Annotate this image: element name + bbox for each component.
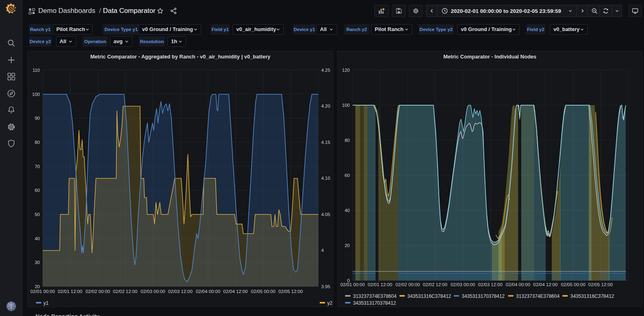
svg-text:50: 50: [35, 212, 40, 217]
svg-text:02/03 00:00: 02/03 00:00: [451, 282, 475, 287]
svg-text:20: 20: [35, 284, 40, 289]
svg-text:3435313170378412: 3435313170378412: [462, 293, 505, 299]
svg-text:80: 80: [35, 140, 40, 145]
svg-text:4.15: 4.15: [321, 140, 330, 145]
svg-text:4: 4: [321, 248, 324, 253]
svg-text:02/03 12:00: 02/03 12:00: [168, 289, 193, 294]
svg-text:02/05 12:00: 02/05 12:00: [588, 282, 613, 287]
svg-text:y1: y1: [43, 300, 49, 306]
svg-text:313237374E378604: 313237374E378604: [516, 293, 559, 299]
svg-text:4.20: 4.20: [321, 104, 330, 108]
svg-text:60: 60: [35, 188, 40, 193]
svg-text:40: 40: [35, 236, 40, 241]
svg-text:02/04 00:00: 02/04 00:00: [196, 289, 221, 294]
svg-text:110: 110: [33, 68, 40, 73]
svg-text:343531316C378412: 343531316C378412: [570, 293, 614, 299]
svg-text:02/02 12:00: 02/02 12:00: [423, 282, 448, 287]
svg-text:02/05 12:00: 02/05 12:00: [279, 289, 303, 294]
svg-text:02/01 12:00: 02/01 12:00: [58, 289, 83, 294]
svg-text:02/01 00:00: 02/01 00:00: [341, 282, 365, 287]
svg-text:90: 90: [35, 116, 40, 121]
svg-text:02/01 12:00: 02/01 12:00: [368, 282, 392, 287]
svg-text:02/02 00:00: 02/02 00:00: [86, 289, 110, 294]
svg-text:343531316C378412: 343531316C378412: [407, 293, 451, 299]
svg-text:3.95: 3.95: [321, 284, 330, 289]
svg-text:120: 120: [342, 68, 350, 73]
svg-text:02/04 12:00: 02/04 12:00: [533, 282, 558, 287]
svg-text:02/04 12:00: 02/04 12:00: [223, 289, 248, 294]
svg-text:02/04 00:00: 02/04 00:00: [506, 282, 530, 287]
svg-text:y2: y2: [327, 300, 332, 306]
svg-text:20: 20: [345, 243, 350, 248]
svg-text:3435313170378412: 3435313170378412: [353, 300, 396, 306]
svg-text:313237374E378604: 313237374E378604: [353, 293, 396, 299]
svg-text:02/03 00:00: 02/03 00:00: [141, 289, 165, 294]
svg-text:02/03 12:00: 02/03 12:00: [478, 282, 503, 287]
svg-text:02/05 00:00: 02/05 00:00: [251, 289, 276, 294]
svg-text:100: 100: [342, 103, 350, 108]
svg-text:100: 100: [32, 92, 40, 97]
svg-text:40: 40: [345, 208, 350, 213]
svg-text:4.05: 4.05: [321, 212, 330, 217]
svg-text:70: 70: [35, 164, 40, 169]
svg-text:4.25: 4.25: [321, 68, 330, 73]
svg-text:02/02 00:00: 02/02 00:00: [396, 282, 420, 287]
svg-text:02/02 12:00: 02/02 12:00: [113, 289, 138, 294]
svg-text:02/01 00:00: 02/01 00:00: [31, 289, 55, 294]
svg-text:60: 60: [345, 173, 350, 178]
svg-text:02/05 00:00: 02/05 00:00: [561, 282, 586, 287]
svg-text:80: 80: [345, 138, 350, 143]
svg-text:4.10: 4.10: [321, 176, 330, 181]
svg-text:30: 30: [35, 260, 40, 265]
